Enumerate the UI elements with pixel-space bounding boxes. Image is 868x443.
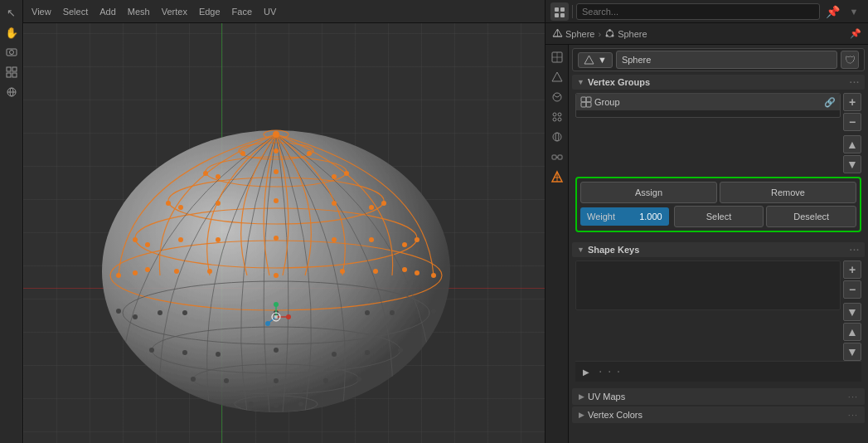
viewport-face-menu[interactable]: Face <box>229 5 255 18</box>
svg-point-98 <box>612 35 614 37</box>
svg-rect-4 <box>7 73 11 77</box>
vg-name-input[interactable] <box>594 97 822 107</box>
tool-grid[interactable] <box>2 63 21 81</box>
play-button[interactable]: ▶ <box>579 364 594 379</box>
svg-point-44 <box>332 237 337 242</box>
tool-sphere[interactable] <box>2 83 21 101</box>
breadcrumb-pin-button[interactable]: 📌 <box>850 28 861 39</box>
vg-group-item[interactable]: 🔗 <box>576 94 840 110</box>
object-type-dropdown[interactable]: ▼ <box>578 52 613 68</box>
panel-content-area: ▼ 🛡 ▼ Vertex Groups ··· <box>546 45 868 443</box>
sk-add-button[interactable]: + <box>843 260 861 279</box>
vertex-colors-section[interactable]: ▶ Vertex Colors ··· <box>572 406 865 423</box>
weight-value[interactable]: 1.000 <box>628 207 669 226</box>
sphere-3d-object <box>40 25 545 418</box>
assign-remove-box: Assign Remove Weight <box>575 177 861 232</box>
breadcrumb-mesh-icon[interactable]: Sphere <box>552 28 594 39</box>
svg-point-64 <box>365 310 370 315</box>
viewport-uv-menu[interactable]: UV <box>260 5 279 18</box>
svg-point-67 <box>149 348 154 353</box>
object-name-input[interactable] <box>616 51 837 69</box>
svg-rect-92 <box>560 13 565 17</box>
side-icon-particles[interactable] <box>548 108 566 126</box>
sk-dropdown-button[interactable]: ▼ <box>843 303 861 321</box>
viewport-3d: View Select Add Mesh Vertex Edge Face UV <box>23 0 545 443</box>
select-deselect-row: Weight 1.000 Select DeselectDeselect <box>580 206 856 227</box>
breadcrumb-bar: Sphere › Sphere 📌 <box>546 23 868 45</box>
svg-marker-117 <box>584 56 594 64</box>
svg-point-106 <box>558 113 561 116</box>
uv-maps-arrow: ▶ <box>579 392 584 401</box>
vg-collapse-arrow: ▼ <box>577 78 584 86</box>
side-icon-constraints[interactable] <box>548 148 566 166</box>
svg-point-30 <box>274 198 279 203</box>
panel-search-input[interactable] <box>576 3 820 20</box>
sk-down2-button[interactable]: ▼ <box>843 343 861 361</box>
select-button[interactable]: Select <box>674 206 764 227</box>
svg-point-97 <box>609 29 611 32</box>
svg-point-99 <box>606 35 609 37</box>
svg-point-109 <box>553 133 561 141</box>
side-icon-material[interactable] <box>548 88 566 106</box>
uv-maps-section[interactable]: ▶ UV Maps ··· <box>572 388 865 405</box>
viewport-add-menu[interactable]: Add <box>96 5 119 18</box>
svg-point-55 <box>340 269 345 274</box>
sk-up-button[interactable]: ▲ <box>843 323 861 341</box>
tool-camera[interactable] <box>2 43 21 61</box>
svg-point-74 <box>191 377 196 382</box>
assign-button[interactable]: Assign <box>580 182 717 203</box>
panel-pin-button[interactable]: 📌 <box>823 2 841 21</box>
vg-add-button[interactable]: + <box>843 93 861 111</box>
viewport-select-menu[interactable]: Select <box>60 5 92 18</box>
viewport-vertex-menu[interactable]: Vertex <box>158 5 191 18</box>
svg-point-59 <box>415 314 419 319</box>
svg-point-39 <box>145 242 150 247</box>
sk-remove-button[interactable]: − <box>843 280 861 299</box>
vertex-groups-header[interactable]: ▼ Vertex Groups ··· <box>572 75 865 90</box>
svg-point-24 <box>240 151 245 156</box>
side-icon-object[interactable] <box>548 48 566 66</box>
svg-rect-91 <box>555 13 559 17</box>
svg-point-21 <box>273 131 279 138</box>
viewport-mesh-menu[interactable]: Mesh <box>124 5 153 18</box>
uv-maps-label: UV Maps <box>588 392 625 402</box>
vertex-colors-dots: ··· <box>848 410 858 420</box>
viewport-edge-menu[interactable]: Edge <box>196 5 224 18</box>
tool-move[interactable]: ✋ <box>2 23 21 41</box>
svg-point-86 <box>286 314 291 319</box>
vg-move-up-button[interactable]: ▲ <box>843 135 861 153</box>
deselect-button[interactable]: DeselectDeselect <box>766 206 856 227</box>
svg-marker-103 <box>552 72 562 81</box>
svg-point-22 <box>274 148 279 153</box>
breadcrumb-vertex-icon[interactable]: Sphere <box>604 28 647 39</box>
svg-point-76 <box>323 378 328 383</box>
svg-rect-118 <box>581 97 586 102</box>
vg-remove-button[interactable]: − <box>843 113 861 131</box>
object-shield-button[interactable]: 🛡 <box>841 51 859 69</box>
weight-label: Weight <box>580 207 628 226</box>
sk-collapse-arrow: ▼ <box>577 246 584 254</box>
vg-group-icon <box>580 96 592 108</box>
panel-expand-button[interactable]: ▼ <box>845 2 863 21</box>
side-icon-modifier[interactable] <box>548 68 566 86</box>
vertex-colors-label: Vertex Colors <box>588 410 643 420</box>
side-icon-data-active[interactable] <box>548 168 566 186</box>
shape-keys-header[interactable]: ▼ Shape Keys ··· <box>572 242 865 257</box>
viewport-view-menu[interactable]: View <box>28 5 55 18</box>
tool-cursor[interactable]: ↖ <box>2 3 21 22</box>
remove-button[interactable]: Remove <box>720 182 856 203</box>
svg-point-63 <box>158 310 162 315</box>
svg-point-42 <box>369 237 374 242</box>
svg-point-78 <box>298 402 303 406</box>
vg-side-buttons: + − ▲ ▼ <box>843 93 861 173</box>
svg-point-85 <box>274 315 278 319</box>
svg-point-73 <box>356 377 361 382</box>
side-icon-physics[interactable] <box>548 128 566 146</box>
vg-link-icon[interactable]: 🔗 <box>824 97 836 108</box>
svg-rect-2 <box>7 67 11 71</box>
svg-point-45 <box>216 237 221 242</box>
shape-keys-list <box>575 260 841 310</box>
svg-point-65 <box>182 310 187 315</box>
vg-move-down-button[interactable]: ▼ <box>843 155 861 173</box>
panel-header-icon[interactable] <box>550 2 569 21</box>
